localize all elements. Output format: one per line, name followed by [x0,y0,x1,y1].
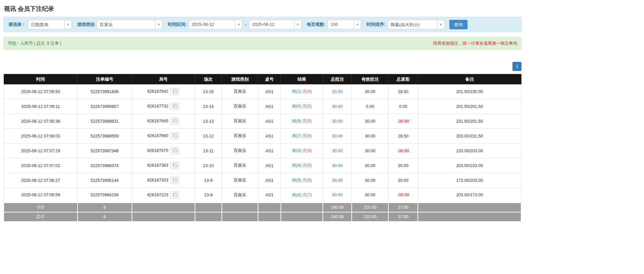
cell-round-id: 626187223 [132,188,195,203]
round-result-button[interactable] [170,192,179,199]
total-total-bet: 240.00 [323,212,352,222]
page-size-label: 每页笔数: [307,22,326,28]
note-warning-text: 同局有效投注，统一计算在该局第一张注单内 [433,41,517,46]
cell-round-id: 626187645 [132,114,195,129]
cell-game-type: 百家乐 [222,99,258,114]
currency-summary-text: 币别：人民币 | 总共 :8 注单 | [8,41,61,46]
cell-game-type: 百家乐 [222,129,258,144]
cell-round-id: 626187470 [132,144,195,158]
round-result-button[interactable] [170,103,179,110]
cell-valid-bet: 30.00 [352,188,388,203]
player-result: 闲(8) [292,163,301,168]
banker-result: 庄(9) [302,133,312,138]
cell-result: 闲(1) 庄(4) [281,84,323,99]
cell-session: 13-13 [195,114,222,129]
cell-valid-bet: 30.00 [352,158,388,173]
total-bet-link[interactable]: 30.00 [332,193,343,197]
cell-payout: 30.00 [388,158,418,173]
cell-valid-bet: 30.00 [352,114,388,129]
cell-time: 2025-06-12 07:06:27 [4,173,78,188]
cell-note: 201.50/201.50 [418,99,521,114]
cell-total-bet: 30.00 [323,99,352,114]
game-type-label: 游戏类别 [77,22,95,28]
total-bet-link[interactable]: 30.00 [332,89,343,94]
cell-valid-bet: 30.00 [352,144,388,158]
date-from-select[interactable]: 2025-06-12 ▼ [189,20,242,29]
header-bet-id: 注单编号 [78,74,132,84]
cell-bet-id: 522573985144 [78,173,132,188]
subtotal-row: 小计 8 240.00 210.00 27.00 [4,203,521,212]
cell-payout: 30.00 [388,173,418,188]
cell-round-id: 626187383 [132,158,195,173]
cell-table-no: AS1 [258,99,281,114]
total-bet-link[interactable]: 30.00 [332,149,343,153]
game-result-icon [173,104,177,109]
game-result-icon [173,178,177,183]
table-row: 2025-06-12 07:07:29522573987346626187470… [4,144,521,158]
cell-valid-bet: 0.00 [352,99,388,114]
cell-result: 闲(8) 庄(7) [281,188,323,203]
cell-total-bet: 30.00 [323,114,352,129]
table-row: 2025-06-12 07:08:36522573989631626187645… [4,114,521,129]
total-bet-link[interactable]: 30.00 [332,134,343,139]
cell-note: 203.00/233.00 [418,158,521,173]
pagination-page-1-button[interactable]: 1 [512,62,522,71]
cell-game-type: 百家乐 [222,188,258,203]
cell-game-type: 百家乐 [222,144,258,158]
game-type-select[interactable]: 百家乐 ▼ [97,20,162,29]
cell-total-bet: 30.00 [323,158,352,173]
round-id-text: 626187645 [147,119,168,123]
player-result: 闲(7) [292,133,301,138]
total-bet-link[interactable]: 30.00 [332,104,343,109]
cell-round-id: 626187560 [132,129,195,144]
page-size-select[interactable]: 100 ▼ [328,20,361,29]
banker-result: 庄(6) [302,178,312,183]
banker-result: 庄(4) [302,89,312,94]
round-result-button[interactable] [170,162,179,169]
summary-bar: 币别：人民币 | 总共 :8 注单 | 同局有效投注，统一计算在该局第一张注单内 [3,37,522,50]
round-result-button[interactable] [170,88,179,95]
table-row: 2025-06-12 07:07:02522573986374626187383… [4,158,521,173]
cell-table-no: AS1 [258,158,281,173]
cell-note: 233.00/203.00 [418,144,521,158]
search-button[interactable]: 查询 [449,20,467,29]
date-to-select[interactable]: 2025-06-12 ▼ [249,20,301,29]
cell-result: 闲(9) 庄(5) [281,114,323,129]
page-size-value: 100 [328,20,354,29]
cell-time: 2025-06-12 07:08:36 [4,114,78,129]
cell-result: 闲(7) 庄(9) [281,129,323,144]
total-count: 8 [78,212,132,222]
cell-round-id: 626187303 [132,173,195,188]
header-table-no: 桌号 [258,74,281,84]
query-type-select[interactable]: 日期查询 ▼ [28,20,72,29]
game-result-icon [173,119,177,124]
subtotal-total-bet: 240.00 [323,203,352,212]
cell-session: 13-11 [195,144,222,158]
cell-session: 13-15 [195,84,222,99]
cell-payout: -30.00 [388,114,418,129]
sort-select[interactable]: 降幕(由大到小) ▼ [388,20,445,29]
cell-round-id: 626187732 [132,99,195,114]
round-result-button[interactable] [170,177,179,184]
round-result-button[interactable] [170,147,179,154]
query-type-value: 日期查询 [28,20,64,29]
cell-session: 13-8 [195,188,222,203]
total-bet-link[interactable]: 30.00 [332,163,343,168]
banker-result: 庄(4) [302,148,312,153]
cell-bet-id: 522573987346 [78,144,132,158]
total-row: 总计 8 240.00 210.00 27.00 [4,212,521,222]
total-bet-link[interactable]: 30.00 [332,119,343,124]
total-bet-link[interactable]: 30.00 [332,178,343,183]
subtotal-payout: 27.00 [388,203,418,212]
round-result-button[interactable] [170,118,179,125]
cell-time: 2025-06-12 07:08:03 [4,129,78,144]
round-result-button[interactable] [170,132,179,140]
game-result-icon [173,193,177,198]
table-row: 2025-06-12 07:09:50522573991836626187842… [4,84,521,99]
round-id-text: 626187223 [147,193,168,197]
date-range-label: 时间区间: [168,22,187,28]
cell-time: 2025-06-12 07:09:11 [4,99,78,114]
content-container: 视讯 会员下注纪录 请选择： 日期查询 ▼ 游戏类别 百家乐 ▼ 时间区间: 2… [3,0,522,222]
cell-note: 201.50/230.00 [418,84,521,99]
cell-time: 2025-06-12 07:09:50 [4,84,78,99]
